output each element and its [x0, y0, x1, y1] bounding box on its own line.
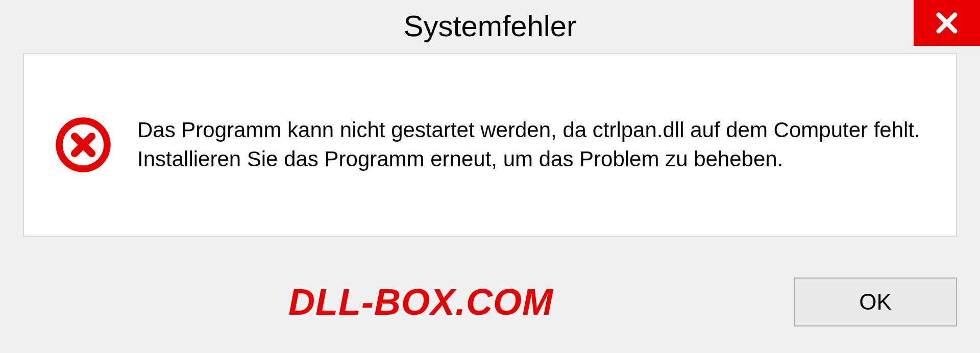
error-icon — [55, 116, 112, 173]
watermark-text: DLL-BOX.COM — [288, 281, 553, 323]
error-dialog: Systemfehler Das Programm kann nicht ges… — [0, 0, 980, 353]
close-icon — [935, 11, 959, 35]
error-message: Das Programm kann nicht gestartet werden… — [137, 116, 925, 173]
title-bar: Systemfehler — [0, 0, 980, 51]
dialog-title: Systemfehler — [404, 9, 576, 43]
message-panel: Das Programm kann nicht gestartet werden… — [23, 53, 957, 237]
ok-button[interactable]: OK — [794, 278, 957, 326]
close-button[interactable] — [914, 0, 980, 46]
dialog-footer: DLL-BOX.COM OK — [0, 261, 980, 353]
